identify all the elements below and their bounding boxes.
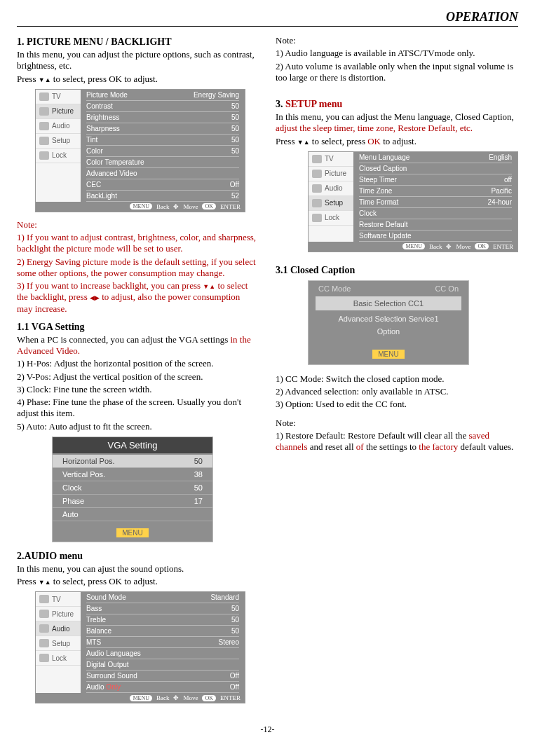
cc-osd: CC ModeCC On Basic Selection CC1 Advance…	[308, 280, 469, 365]
tab-setup[interactable]: Setup	[36, 636, 81, 651]
vga-osd-title: VGA Setting	[53, 437, 212, 453]
picture-icon	[39, 610, 49, 618]
arrow-up-icon	[209, 280, 215, 291]
audio-icon	[39, 624, 49, 633]
right-note-label: Note:	[276, 35, 518, 46]
tab-audio[interactable]: Audio	[309, 181, 353, 196]
osd-row[interactable]: Menu LanguageEnglish	[359, 152, 512, 163]
tab-tv[interactable]: TV	[309, 152, 353, 167]
tab-audio[interactable]: Audio	[36, 119, 81, 134]
osd-row[interactable]: CECOff	[86, 179, 239, 191]
arrow-down-icon	[39, 74, 45, 84]
osd-row[interactable]: Audio OnlyOff	[86, 682, 239, 693]
picture-icon	[39, 107, 49, 116]
menu-pill: MENU	[130, 695, 152, 701]
vga-row[interactable]: Phase17	[53, 495, 212, 508]
vga-l2: 2) V-Pos: Adjust the vertical position o…	[17, 371, 257, 383]
osd-row[interactable]: BackLight52	[86, 191, 239, 202]
arrow-down-icon	[203, 280, 209, 291]
osd-row[interactable]: Steep Timeroff	[359, 174, 512, 186]
vga-l1: 1) H-Pos: Adjust the horizontal position…	[17, 358, 257, 369]
osd-row[interactable]: Balance50	[86, 626, 239, 637]
vga-intro: When a PC is connected, you can adjust t…	[17, 334, 257, 357]
osd-row[interactable]: Advanced Video	[86, 168, 239, 179]
audio-press: Press to select, press OK to adjust.	[17, 576, 257, 587]
vga-row[interactable]: Vertical Pos.38	[53, 468, 212, 481]
tv-icon	[39, 92, 49, 101]
osd-row[interactable]: Contrast50	[86, 101, 239, 112]
tab-picture[interactable]: Picture	[36, 607, 81, 621]
osd-footer: MENUBack ✥Move OKENTER	[309, 242, 517, 252]
osd-row[interactable]: Bass50	[86, 603, 239, 614]
vga-row[interactable]: Auto	[53, 508, 212, 521]
osd-footer: MENUBack ✥Move OKENTER	[36, 693, 245, 703]
page-header: OPERATION	[17, 10, 518, 27]
move-icon: ✥	[173, 203, 179, 210]
cc-mode-row[interactable]: CC ModeCC On	[309, 281, 468, 296]
osd-row[interactable]: Picture ModeEnergy Saving	[86, 90, 239, 101]
osd-row[interactable]: Surround SoundOff	[86, 671, 239, 682]
arrow-down-icon	[39, 576, 45, 586]
osd-row[interactable]: Color Temperature	[86, 157, 239, 168]
arrow-right-icon	[95, 291, 100, 302]
picture-osd: TV Picture Audio Setup Lock Picture Mode…	[35, 89, 245, 212]
setup-icon	[39, 639, 49, 647]
setup-title: 3. SETUP menu	[276, 99, 518, 110]
cc-l2: 2) Advanced selection: only available in…	[276, 386, 518, 397]
tab-tv[interactable]: TV	[36, 592, 81, 607]
picture-intro: In this menu, you can adjust the picture…	[17, 49, 257, 72]
osd-row[interactable]: Sound ModeStandard	[86, 592, 239, 603]
tab-picture[interactable]: Picture	[36, 104, 81, 119]
arrow-up-icon	[304, 136, 310, 146]
cc-option[interactable]: Option	[309, 323, 468, 336]
ok-pill: OK	[475, 243, 489, 249]
vga-row[interactable]: Horizontal Pos.50	[53, 455, 212, 468]
tab-lock[interactable]: Lock	[36, 651, 81, 666]
osd-row[interactable]: Closed Caption	[359, 163, 512, 174]
vga-title: 1.1 VGA Setting	[17, 322, 257, 333]
menu-button[interactable]: MENU	[116, 528, 148, 537]
left-column: 1. PICTURE MENU / BACKLIGHT In this menu…	[17, 34, 257, 710]
cc-l1: 1) CC Mode: Switch the closed caption mo…	[276, 373, 518, 385]
arrow-down-icon	[297, 136, 304, 146]
note-label: Note:	[17, 219, 257, 231]
ok-pill: OK	[202, 203, 216, 209]
tab-audio[interactable]: Audio	[36, 621, 81, 636]
osd-row[interactable]: Time ZonePacific	[359, 186, 512, 197]
vga-row[interactable]: Clock50	[53, 481, 212, 495]
osd-row[interactable]: Time Format24-hour	[359, 197, 512, 208]
tab-tv[interactable]: TV	[36, 90, 81, 104]
osd-row[interactable]: Audio Languages	[86, 648, 239, 659]
tab-lock[interactable]: Lock	[309, 211, 353, 226]
osd-row[interactable]: Software Update	[359, 231, 512, 242]
osd-row[interactable]: Digital Output	[86, 659, 239, 671]
osd-row[interactable]: Color50	[86, 146, 239, 157]
osd-row[interactable]: Sharpness50	[86, 123, 239, 135]
audio-icon	[312, 184, 322, 193]
tab-picture[interactable]: Picture	[309, 167, 353, 181]
audio-title: 2.AUDIO menu	[17, 551, 257, 562]
arrow-up-icon	[45, 74, 51, 84]
osd-row[interactable]: Brightness50	[86, 112, 239, 123]
lock-icon	[312, 214, 322, 222]
restore-default-note: 1) Restore Default: Restore Default will…	[276, 430, 518, 453]
tab-setup[interactable]: Setup	[36, 134, 81, 149]
cc-title: 3.1 Closed Caption	[276, 265, 518, 276]
menu-button[interactable]: MENU	[372, 350, 404, 359]
cc-basic[interactable]: Basic Selection CC1	[316, 296, 461, 310]
picture-press: Press to select, press OK to adjust.	[17, 74, 257, 85]
osd-tabs: TV Picture Audio Setup Lock	[36, 90, 81, 202]
cc-advanced[interactable]: Advanced Selection Service1	[309, 310, 468, 323]
osd-row[interactable]: MTSStereo	[86, 637, 239, 648]
note1: 1) If you want to adjust contrast, brigh…	[17, 232, 257, 255]
right-note2: 2) Auto volume is available only when th…	[276, 61, 518, 84]
vga-l5: 5) Auto: Auto adjust to fit the screen.	[17, 421, 257, 432]
osd-row[interactable]: Clock	[359, 208, 512, 219]
tv-icon	[312, 155, 322, 163]
osd-row[interactable]: Tint50	[86, 135, 239, 146]
tab-lock[interactable]: Lock	[36, 149, 81, 163]
move-icon: ✥	[173, 694, 179, 701]
tab-setup[interactable]: Setup	[309, 196, 353, 211]
osd-row[interactable]: Treble50	[86, 614, 239, 626]
osd-row[interactable]: Restore Default	[359, 219, 512, 231]
